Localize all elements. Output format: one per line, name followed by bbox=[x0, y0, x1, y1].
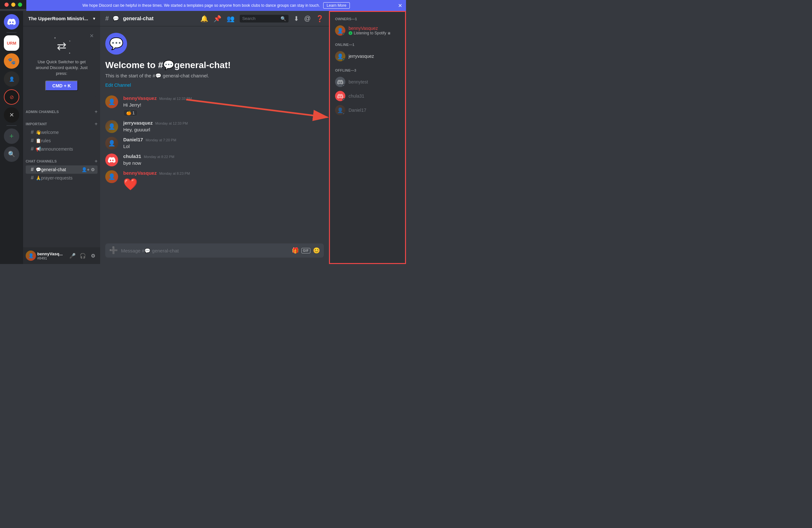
member-name: chula31 bbox=[349, 94, 400, 99]
message-author[interactable]: bennyVasquez bbox=[123, 95, 157, 101]
members-icon[interactable]: 👥 bbox=[227, 15, 235, 23]
maximize-button[interactable] bbox=[18, 3, 22, 7]
channel-emoji: 📋 bbox=[35, 138, 41, 143]
banner-close-icon[interactable]: ✕ bbox=[398, 3, 402, 9]
quick-switcher-card: ✕ ✦ ⇄ ✦ ✦ Use Quick Switcher to get arou… bbox=[27, 30, 96, 97]
message-group: 👤 Daniel17 Monday at 7:20 PM Lol bbox=[100, 135, 329, 151]
server-divider bbox=[6, 32, 17, 33]
settings-icon[interactable]: ⚙ bbox=[91, 167, 95, 172]
close-button[interactable] bbox=[4, 3, 9, 7]
status-dot-online bbox=[343, 33, 345, 35]
current-user-name: bennyVasq... bbox=[37, 252, 67, 256]
channel-emoji: 👋 bbox=[35, 130, 41, 135]
offline-title: OFFLINE—3 bbox=[333, 68, 403, 72]
channel-sidebar: The UpperRoom Ministri... ▾ ✕ ✦ ⇄ ✦ ✦ Us… bbox=[23, 11, 100, 264]
message-header: jerryvasquez Monday at 12:33 PM bbox=[123, 120, 324, 126]
message-header: bennyVasquez Monday at 8:23 PM bbox=[123, 170, 324, 176]
at-icon[interactable]: @ bbox=[304, 15, 311, 22]
admin-channels-category[interactable]: ADMIN CHANNELS + bbox=[23, 104, 100, 116]
important-category[interactable]: IMPORTANT + bbox=[23, 116, 100, 128]
pin-icon[interactable]: 📌 bbox=[214, 15, 221, 23]
message-author[interactable]: chula31 bbox=[123, 154, 141, 159]
app-layout: URM 🐾 👤 ⊘ ✕ + 🔍 bbox=[0, 0, 406, 264]
member-item-bennytest[interactable]: bennytest bbox=[333, 75, 403, 89]
explore-servers-button[interactable]: 🔍 bbox=[4, 146, 19, 162]
member-item-benny-vasquez[interactable]: 👤 bennyVasquez ♪ Listening to Spotify 🖥 bbox=[333, 24, 403, 38]
quick-switcher-shortcut[interactable]: CMD + K bbox=[45, 81, 78, 91]
search-input[interactable] bbox=[242, 16, 279, 21]
channel-item-announcements[interactable]: # 📢 announcements bbox=[26, 145, 98, 153]
microphone-icon[interactable]: 🎤 bbox=[68, 251, 77, 260]
bell-icon[interactable]: 🔔 bbox=[200, 15, 208, 23]
chat-channels-add-icon[interactable]: + bbox=[95, 158, 98, 164]
owners-section: OWNERS—1 👤 bennyVasquez ♪ Listening to S… bbox=[333, 17, 403, 38]
channel-header-name: general-chat bbox=[123, 16, 154, 22]
channel-item-welcome[interactable]: # 👋 welcome bbox=[26, 128, 98, 137]
learn-more-button[interactable]: Learn More bbox=[323, 2, 350, 9]
server-icon-x[interactable]: ✕ bbox=[4, 107, 19, 123]
download-icon[interactable]: ⬇ bbox=[294, 15, 299, 23]
welcome-icon: 💬 bbox=[105, 33, 127, 55]
member-item-daniel17[interactable]: 👤 Daniel17 bbox=[333, 103, 403, 117]
message-author[interactable]: jerryvasquez bbox=[123, 120, 153, 126]
headphones-icon[interactable]: 🎧 bbox=[78, 251, 87, 260]
online-title: ONLINE—1 bbox=[333, 43, 403, 46]
server-name-bar[interactable]: The UpperRoom Ministri... ▾ bbox=[23, 11, 100, 26]
message-text: bye now bbox=[123, 160, 324, 166]
message-input[interactable] bbox=[121, 248, 289, 253]
chevron-down-icon: ▾ bbox=[93, 16, 95, 21]
help-icon[interactable]: ❓ bbox=[316, 15, 324, 23]
admin-channels-label: ADMIN CHANNELS bbox=[26, 110, 59, 114]
server-icon-red[interactable]: ⊘ bbox=[4, 89, 19, 105]
user-actions: 🎤 🎧 ⚙ bbox=[68, 251, 98, 260]
message-author[interactable]: Daniel17 bbox=[123, 137, 143, 142]
message-group: 👤 jerryvasquez Monday at 12:33 PM Hey, g… bbox=[100, 119, 329, 134]
message-header: chula31 Monday at 8:22 PM bbox=[123, 154, 324, 159]
attachment-icon[interactable]: ➕ bbox=[109, 246, 118, 255]
edit-channel-link[interactable]: Edit Channel bbox=[105, 83, 131, 88]
server-icon-urm[interactable]: URM bbox=[4, 35, 19, 51]
message-reaction[interactable]: 🍊 1 bbox=[123, 110, 138, 116]
member-name: bennytest bbox=[349, 79, 400, 84]
current-user-info: bennyVasq... #8491 bbox=[37, 252, 67, 260]
add-member-icon[interactable]: 👤+ bbox=[82, 167, 89, 172]
message-author[interactable]: bennyVasquez bbox=[123, 170, 157, 176]
welcome-title: Welcome to #💬general-chat! bbox=[105, 60, 324, 70]
message-timestamp: Monday at 7:20 PM bbox=[146, 138, 176, 142]
minimize-button[interactable] bbox=[11, 3, 15, 7]
discord-home-icon[interactable] bbox=[4, 14, 19, 30]
important-add-icon[interactable]: + bbox=[95, 121, 98, 127]
chat-channels-label: CHAT CHANNELS bbox=[26, 159, 57, 163]
add-server-button[interactable]: + bbox=[4, 128, 19, 144]
channel-item-general-chat[interactable]: # 💬 general-chat 👤+ ⚙ bbox=[26, 166, 98, 174]
user-settings-icon[interactable]: ⚙ bbox=[89, 251, 98, 260]
quick-switcher-close-icon[interactable]: ✕ bbox=[89, 33, 94, 39]
server-icon-dark[interactable]: 👤 bbox=[4, 71, 19, 87]
gift-icon[interactable]: 🎁 bbox=[292, 247, 299, 254]
server-icon-orange[interactable]: 🐾 bbox=[4, 53, 19, 69]
channel-name-general-chat: general-chat bbox=[41, 167, 66, 172]
message-content: bennyVasquez Monday at 12:33 PM Hi Jerry… bbox=[123, 95, 324, 116]
channel-header: # 💬 general-chat 🔔 📌 👥 🔍 ⬇ @ ❓ bbox=[100, 11, 329, 26]
search-icon: 🔍 bbox=[280, 16, 286, 21]
message-content: chula31 Monday at 8:22 PM bye now bbox=[123, 154, 324, 166]
quick-switcher-icon: ✦ ⇄ ✦ ✦ bbox=[52, 37, 71, 56]
chat-channels-category[interactable]: CHAT CHANNELS + bbox=[23, 153, 100, 166]
member-item-jerry[interactable]: 👤 jerryvasquez bbox=[333, 49, 403, 63]
channel-item-rules[interactable]: # 📋 rules bbox=[26, 137, 98, 145]
member-info: bennytest bbox=[349, 79, 400, 84]
monitor-icon: 🖥 bbox=[387, 31, 391, 35]
gif-button[interactable]: GIF bbox=[301, 248, 310, 253]
emoji-icon[interactable]: 😊 bbox=[313, 247, 320, 254]
channel-item-prayer-requests[interactable]: # 🙏 prayer-requests bbox=[26, 174, 98, 182]
hash-icon: # bbox=[31, 167, 34, 172]
member-name: jerryvasquez bbox=[349, 54, 400, 59]
member-avatar bbox=[335, 77, 345, 87]
server-divider-2 bbox=[6, 125, 17, 126]
admin-channels-add-icon[interactable]: + bbox=[95, 109, 98, 115]
server-name: The UpperRoom Ministri... bbox=[28, 16, 88, 21]
search-box[interactable]: 🔍 bbox=[240, 15, 289, 23]
message-input-bar: ➕ 🎁 GIF 😊 bbox=[100, 243, 329, 264]
member-item-chula31[interactable]: chula31 bbox=[333, 89, 403, 103]
hash-icon: # bbox=[31, 129, 34, 135]
